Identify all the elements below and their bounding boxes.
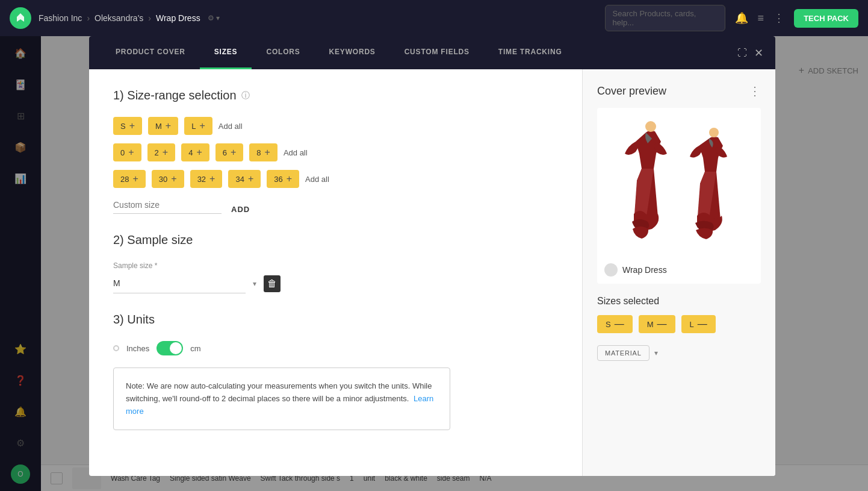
modal-body: 1) Size-range selection ⓘ S+ M+ L+ Add a… bbox=[89, 69, 775, 476]
info-icon[interactable]: ⓘ bbox=[241, 90, 250, 101]
cover-preview-header: Cover preview ⋮ bbox=[597, 84, 761, 98]
cm-label: cm bbox=[190, 344, 200, 353]
size-chip-2[interactable]: 2+ bbox=[147, 143, 176, 161]
product-color-dot bbox=[604, 263, 618, 277]
modal-controls: ⛶ ✕ bbox=[737, 46, 763, 60]
size-chip-l[interactable]: L+ bbox=[184, 117, 212, 135]
breadcrumb-person[interactable]: Oleksandra's bbox=[95, 13, 143, 23]
product-name-row: Wrap Dress bbox=[604, 263, 667, 277]
size-chip-30[interactable]: 30+ bbox=[152, 170, 184, 188]
selected-chip-m[interactable]: M— bbox=[639, 315, 675, 333]
selected-chip-s[interactable]: S— bbox=[597, 315, 633, 333]
top-bar: Fashion Inc › Oleksandra's › Wrap Dress … bbox=[0, 0, 868, 36]
app-logo bbox=[10, 7, 31, 29]
toggle-knob bbox=[170, 342, 182, 354]
sizes-selected-title: Sizes selected bbox=[597, 296, 761, 307]
cover-preview-menu-icon[interactable]: ⋮ bbox=[749, 84, 761, 98]
more-icon[interactable]: ⋮ bbox=[773, 11, 784, 25]
tab-colors[interactable]: COLORS bbox=[252, 36, 314, 69]
size-chip-28[interactable]: 28+ bbox=[113, 170, 146, 188]
size-chip-m[interactable]: M+ bbox=[148, 117, 178, 135]
search-placeholder: Search Products, cards, help... bbox=[613, 9, 696, 27]
sample-select-row: M S L ▾ 🗑 bbox=[113, 274, 558, 293]
delete-sample-button[interactable]: 🗑 bbox=[264, 275, 281, 292]
dropdown-arrow-icon: ▾ bbox=[654, 349, 658, 357]
tab-custom-fields[interactable]: CUSTOM FIELDS bbox=[390, 36, 484, 69]
search-input[interactable]: Search Products, cards, help... bbox=[605, 5, 725, 31]
tech-pack-button[interactable]: TECH PACK bbox=[794, 9, 858, 28]
custom-size-row: ADD bbox=[113, 196, 558, 214]
size-chip-32[interactable]: 32+ bbox=[190, 170, 223, 188]
tab-product-cover[interactable]: PRODUCT COVER bbox=[101, 36, 200, 69]
product-name: Wrap Dress bbox=[622, 265, 667, 275]
note-text: Note: We are now auto-calculating your m… bbox=[126, 381, 432, 403]
section1-title: 1) Size-range selection ⓘ bbox=[113, 89, 558, 102]
product-image-container: Wrap Dress bbox=[597, 108, 761, 284]
material-section: MATERIAL ▾ bbox=[597, 345, 761, 361]
units-toggle[interactable] bbox=[157, 341, 183, 355]
modal-right-panel: Cover preview ⋮ bbox=[583, 69, 775, 476]
size-chip-8[interactable]: 8+ bbox=[249, 143, 277, 161]
size-row-numeric-large: 28+ 30+ 32+ 34+ 36+ Add all bbox=[113, 170, 558, 188]
size-chip-4[interactable]: 4+ bbox=[181, 143, 209, 161]
sample-size-label: Sample size * bbox=[113, 261, 558, 270]
section2-title: 2) Sample size bbox=[113, 233, 558, 247]
dress-illustration bbox=[607, 117, 751, 274]
menu-icon[interactable]: ≡ bbox=[758, 12, 764, 25]
breadcrumb-product[interactable]: Wrap Dress bbox=[156, 13, 200, 23]
size-row-numeric-small: 0+ 2+ 4+ 6+ 8+ Add all bbox=[113, 143, 558, 161]
sample-size-section: 2) Sample size Sample size * M S L ▾ 🗑 bbox=[113, 233, 558, 293]
custom-size-input[interactable] bbox=[113, 196, 222, 214]
size-chip-0[interactable]: 0+ bbox=[113, 143, 141, 161]
units-note-box: Note: We are now auto-calculating your m… bbox=[113, 367, 450, 430]
sample-size-select[interactable]: M S L bbox=[113, 274, 246, 293]
svg-point-0 bbox=[645, 121, 656, 132]
radio-icon bbox=[113, 345, 119, 351]
expand-icon[interactable]: ⛶ bbox=[737, 48, 747, 58]
units-toggle-row: Inches cm bbox=[113, 341, 558, 355]
cover-preview-title: Cover preview bbox=[597, 85, 666, 98]
add-all-numeric-small-button[interactable]: Add all bbox=[284, 148, 308, 157]
section1-title-text: 1) Size-range selection bbox=[113, 89, 237, 102]
add-all-numeric-large-button[interactable]: Add all bbox=[305, 175, 329, 184]
size-chip-6[interactable]: 6+ bbox=[215, 143, 244, 161]
size-chip-34[interactable]: 34+ bbox=[228, 170, 261, 188]
modal-left-panel: 1) Size-range selection ⓘ S+ M+ L+ Add a… bbox=[89, 69, 583, 476]
selected-chips-row: S— M— L— bbox=[597, 315, 761, 333]
tab-keywords[interactable]: KEYWORDS bbox=[315, 36, 390, 69]
section2-title-text: 2) Sample size bbox=[113, 233, 193, 247]
size-row-sml: S+ M+ L+ Add all bbox=[113, 117, 558, 135]
section3-title-text: 3) Units bbox=[113, 313, 155, 327]
add-sketch-label: ADD SKETCH bbox=[808, 66, 858, 75]
add-all-sml-button[interactable]: Add all bbox=[219, 122, 243, 131]
top-bar-icons: 🔔 ≡ ⋮ bbox=[735, 11, 785, 25]
units-section: 3) Units Inches cm Note: We are now auto… bbox=[113, 313, 558, 430]
tab-sizes[interactable]: SIZES bbox=[200, 36, 252, 69]
close-icon[interactable]: ✕ bbox=[754, 46, 763, 60]
svg-point-1 bbox=[709, 128, 719, 137]
custom-add-button[interactable]: ADD bbox=[231, 205, 250, 214]
section3-title: 3) Units bbox=[113, 313, 558, 327]
material-dropdown[interactable]: MATERIAL bbox=[597, 345, 649, 361]
inches-label: Inches bbox=[126, 344, 149, 353]
breadcrumb: Fashion Inc › Oleksandra's › Wrap Dress … bbox=[39, 13, 220, 23]
tab-time-tracking[interactable]: TIME TRACKING bbox=[484, 36, 577, 69]
selected-chip-l[interactable]: L— bbox=[681, 315, 716, 333]
add-sketch-button[interactable]: + ADD SKETCH bbox=[799, 65, 858, 76]
size-chip-s[interactable]: S+ bbox=[113, 117, 142, 135]
size-chip-36[interactable]: 36+ bbox=[267, 170, 299, 188]
chevron-down-icon: ▾ bbox=[253, 280, 256, 288]
breadcrumb-company[interactable]: Fashion Inc bbox=[39, 13, 82, 23]
notification-icon[interactable]: 🔔 bbox=[735, 11, 748, 25]
modal-tabs: PRODUCT COVER SIZES COLORS KEYWORDS CUST… bbox=[89, 36, 775, 69]
modal: PRODUCT COVER SIZES COLORS KEYWORDS CUST… bbox=[89, 36, 775, 476]
plus-icon: + bbox=[799, 65, 804, 76]
